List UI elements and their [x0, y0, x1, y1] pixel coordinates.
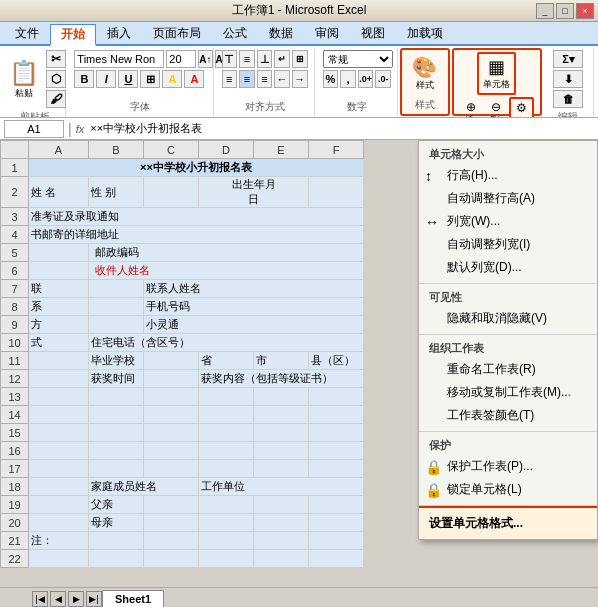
cell-B20[interactable]: 母亲: [89, 514, 144, 532]
col-header-B[interactable]: B: [89, 141, 144, 159]
col-header-C[interactable]: C: [144, 141, 199, 159]
insert-cells-btn[interactable]: ⊕ 插入: [460, 97, 483, 118]
align-bottom-btn[interactable]: ⊥: [257, 50, 273, 68]
font-color-btn[interactable]: A: [184, 70, 204, 88]
delete-cells-btn[interactable]: ⊖ 删除: [485, 97, 508, 118]
cell-C7[interactable]: 联系人姓名: [144, 280, 364, 298]
cell-C11[interactable]: [144, 352, 199, 370]
cell-A2[interactable]: 姓 名: [29, 177, 89, 208]
thousands-btn[interactable]: ,: [340, 70, 356, 88]
underline-btn[interactable]: U: [118, 70, 138, 88]
cell-A1[interactable]: ××中学校小升初报名表: [29, 159, 364, 177]
cell-C9[interactable]: 小灵通: [144, 316, 364, 334]
cell-B9[interactable]: [89, 316, 144, 334]
cell-A4[interactable]: 书邮寄的详细地址: [29, 226, 364, 244]
cell-C12[interactable]: [144, 370, 199, 388]
indent-decrease-btn[interactable]: ←: [274, 70, 290, 88]
cell-A9[interactable]: 方: [29, 316, 89, 334]
name-box[interactable]: [4, 120, 64, 138]
cell-A12[interactable]: [29, 370, 89, 388]
cell-A21[interactable]: 注：: [29, 532, 89, 550]
align-right-btn[interactable]: ≡: [257, 70, 273, 88]
cell-C8[interactable]: 手机号码: [144, 298, 364, 316]
cell-B12[interactable]: 获奖时间: [89, 370, 144, 388]
cell-A6[interactable]: [29, 262, 89, 280]
formula-input[interactable]: [88, 120, 594, 138]
context-item-col-width[interactable]: ↔ 列宽(W)...: [419, 210, 597, 233]
cell-D12[interactable]: 获奖内容（包括等级证书）: [199, 370, 364, 388]
cell-B6[interactable]: 收件人姓名: [89, 262, 364, 280]
cell-A3[interactable]: 准考证及录取通知: [29, 208, 364, 226]
tab-review[interactable]: 审阅: [304, 22, 350, 44]
context-item-format-cells[interactable]: 设置单元格格式...: [419, 512, 597, 535]
cell-B19[interactable]: 父亲: [89, 496, 144, 514]
col-header-E[interactable]: E: [254, 141, 309, 159]
cell-B10[interactable]: 住宅电话（含区号）: [89, 334, 364, 352]
bold-btn[interactable]: B: [74, 70, 94, 88]
align-top-btn[interactable]: ⊤: [222, 50, 238, 68]
tab-data[interactable]: 数据: [258, 22, 304, 44]
cell-D18[interactable]: 工作单位: [199, 478, 364, 496]
font-name-input[interactable]: [74, 50, 164, 68]
cell-A10[interactable]: 式: [29, 334, 89, 352]
tab-formula[interactable]: 公式: [212, 22, 258, 44]
cut-btn[interactable]: ✂: [46, 50, 66, 68]
paste-btn[interactable]: 📋 粘贴: [4, 56, 44, 103]
context-item-rename-sheet[interactable]: 重命名工作表(R): [419, 358, 597, 381]
clear-btn[interactable]: 🗑: [553, 90, 583, 108]
maximize-btn[interactable]: □: [556, 3, 574, 19]
tab-insert[interactable]: 插入: [96, 22, 142, 44]
format-painter-btn[interactable]: 🖌: [46, 90, 66, 108]
format-cells-btn[interactable]: ⚙ 格式: [509, 97, 534, 118]
context-item-protect-sheet[interactable]: 🔒 保护工作表(P)...: [419, 455, 597, 478]
col-header-D[interactable]: D: [199, 141, 254, 159]
tab-file[interactable]: 文件: [4, 22, 50, 44]
cell-B11[interactable]: 毕业学校: [89, 352, 144, 370]
cell-F11[interactable]: 县（区）: [309, 352, 364, 370]
minimize-btn[interactable]: _: [536, 3, 554, 19]
autosum-btn[interactable]: Σ▾: [553, 50, 583, 68]
border-btn[interactable]: ⊞: [140, 70, 160, 88]
cell-A7[interactable]: 联: [29, 280, 89, 298]
align-left-btn[interactable]: ≡: [222, 70, 238, 88]
sheet-nav-last[interactable]: ▶|: [86, 591, 102, 607]
indent-increase-btn[interactable]: →: [292, 70, 308, 88]
tab-view[interactable]: 视图: [350, 22, 396, 44]
increase-font-btn[interactable]: A↑: [198, 50, 212, 68]
close-btn[interactable]: ×: [576, 3, 594, 19]
cell-A11[interactable]: [29, 352, 89, 370]
col-header-F[interactable]: F: [309, 141, 364, 159]
styles-btn[interactable]: 🎨 样式: [407, 52, 442, 95]
cell-B8[interactable]: [89, 298, 144, 316]
font-size-input[interactable]: [166, 50, 196, 68]
context-item-hide-show[interactable]: 隐藏和取消隐藏(V): [419, 307, 597, 330]
decrease-decimal-btn[interactable]: .0-: [375, 70, 391, 88]
merge-btn[interactable]: ⊞: [292, 50, 308, 68]
cell-A5[interactable]: [29, 244, 89, 262]
cell-B2[interactable]: 性 别: [89, 177, 144, 208]
cell-D11[interactable]: 省: [199, 352, 254, 370]
tab-home[interactable]: 开始: [50, 24, 96, 46]
cell-F2[interactable]: [309, 177, 364, 208]
cell-D2[interactable]: 出生年月日: [199, 177, 309, 208]
context-item-tab-color[interactable]: 工作表签颜色(T): [419, 404, 597, 427]
number-format-select[interactable]: 常规: [323, 50, 393, 68]
col-header-A[interactable]: A: [29, 141, 89, 159]
context-item-auto-row-height[interactable]: 自动调整行高(A): [419, 187, 597, 210]
increase-decimal-btn[interactable]: .0+: [358, 70, 374, 88]
fill-color-btn[interactable]: A: [162, 70, 182, 88]
sheet-nav-prev[interactable]: ◀: [50, 591, 66, 607]
context-item-move-copy-sheet[interactable]: 移动或复制工作表(M)...: [419, 381, 597, 404]
tab-page-layout[interactable]: 页面布局: [142, 22, 212, 44]
sheet-nav-next[interactable]: ▶: [68, 591, 84, 607]
cell-E11[interactable]: 市: [254, 352, 309, 370]
context-item-default-col-width[interactable]: 默认列宽(D)...: [419, 256, 597, 279]
italic-btn[interactable]: I: [96, 70, 116, 88]
context-item-auto-col-width[interactable]: 自动调整列宽(I): [419, 233, 597, 256]
cell-B18[interactable]: 家庭成员姓名: [89, 478, 199, 496]
sheet-tab-1[interactable]: Sheet1: [102, 590, 164, 607]
cell-A13[interactable]: [29, 388, 89, 406]
cell-B5[interactable]: 邮政编码: [89, 244, 364, 262]
wrap-text-btn[interactable]: ↵: [274, 50, 290, 68]
percent-btn[interactable]: %: [323, 70, 339, 88]
